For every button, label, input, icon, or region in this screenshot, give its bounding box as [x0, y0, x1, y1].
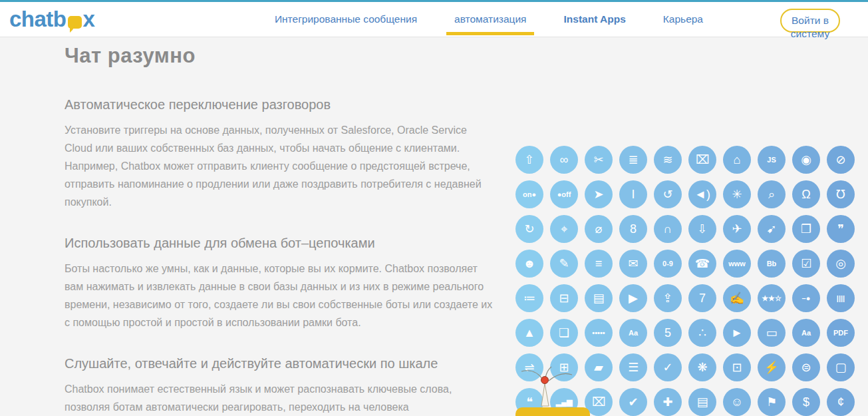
tent-icon: ⌂ — [723, 146, 751, 174]
team-growth-icon: ☺ — [723, 388, 751, 416]
section-heading: Автоматическое переключение разговоров — [65, 97, 496, 112]
play-circle-icon: ▶ — [619, 284, 647, 312]
link-icon: ∞ — [550, 146, 578, 174]
page-title: Чат разумно — [65, 44, 496, 68]
rocket-icon: ➹ — [758, 215, 786, 243]
ellipsis-icon: ••••• — [585, 319, 613, 347]
monitor-icon: ▢ — [827, 353, 855, 381]
section-bot-chains-data: Использовать данные для обмена бот–цепоч… — [65, 236, 496, 331]
calendar-icon: 7 — [688, 284, 716, 312]
radio-button-icon: ◎ — [827, 250, 855, 278]
robot-head — [515, 407, 590, 416]
inbox-download-icon: ⇩ — [688, 215, 716, 243]
section-listen-respond-scale: Слушайте, отвечайте и действуйте автомат… — [65, 356, 496, 416]
cursor-click-icon: ➤ — [585, 180, 613, 208]
www-icon: www — [723, 250, 751, 278]
volume-icon: ◄) — [688, 180, 716, 208]
shield-check-icon: ✓ — [654, 353, 682, 381]
envelope-icon: ✉ — [619, 250, 647, 278]
window-forward-icon: ❐ — [792, 215, 820, 243]
file-search-icon: ⌕ — [758, 180, 786, 208]
toggle-on-icon: on● — [515, 180, 543, 208]
toggle-off-icon: ●off — [550, 180, 578, 208]
bell-icon: ∩ — [654, 215, 682, 243]
check-icon: ✔ — [619, 388, 647, 416]
text-lines-icon: ≡ — [585, 250, 613, 278]
pencil-icon: ✎ — [550, 250, 578, 278]
section-body: Установите триггеры на основе данных, по… — [65, 121, 496, 211]
plus-icon: ✚ — [654, 388, 682, 416]
bot-head-icon: ☻ — [515, 250, 543, 278]
section-heading: Слушайте, отвечайте и действуйте автомат… — [65, 356, 496, 371]
login-button[interactable]: Войти в систему — [780, 9, 840, 33]
barcode-icon: |||| — [827, 284, 855, 312]
nav-item-instant-apps[interactable]: Instant Apps — [563, 2, 625, 37]
framed-picture-icon: ❏ — [550, 319, 578, 347]
database-icon: ⊜ — [792, 353, 820, 381]
robot-face-icon: ⊡ — [723, 353, 751, 381]
browser-window-icon: ▭ — [758, 319, 786, 347]
html5-icon: 5 — [654, 319, 682, 347]
focus-target-icon: ⌖ — [550, 215, 578, 243]
sync-icon: ↻ — [515, 215, 543, 243]
text-cursor-icon: I — [619, 180, 647, 208]
signature-icon: ✍ — [723, 284, 751, 312]
lock-icon: Ω — [792, 180, 820, 208]
undo-icon: ↺ — [654, 180, 682, 208]
toggle-vertical-icon: 8 — [619, 215, 647, 243]
font-style-icon: Aa — [619, 319, 647, 347]
trash-icon: ⌧ — [688, 146, 716, 174]
dropdown-icon: ⊟ — [550, 284, 578, 312]
checkbox-icon: ☑ — [792, 250, 820, 278]
robot-antenna — [513, 366, 593, 409]
speech-bubble-icon — [68, 16, 82, 29]
robot-mascot — [513, 366, 593, 416]
logo-text-prefix: chatb — [9, 7, 67, 32]
nav-item-career[interactable]: Карьера — [663, 2, 703, 37]
eye-closed-icon: ⌀ — [585, 215, 613, 243]
eye-slash-icon: ⊘ — [827, 146, 855, 174]
site-header: chatbx Интегрированные сообщения автомат… — [0, 2, 868, 37]
chat-quote-icon: ❞ — [827, 215, 855, 243]
youtube-icon: ► — [723, 319, 751, 347]
upload-icon: ⇪ — [654, 284, 682, 312]
send-plane-icon: ✈ — [723, 215, 751, 243]
section-heading: Использовать данные для обмена бот–цепоч… — [65, 236, 496, 251]
eye-icon: ◉ — [792, 146, 820, 174]
javascript-icon: JS — [758, 146, 786, 174]
layers-unlock-icon: ≋ — [654, 146, 682, 174]
hub-network-icon: ❋ — [688, 353, 716, 381]
spinner-icon: ✳ — [723, 180, 751, 208]
stacked-rows-icon: ▤ — [585, 284, 613, 312]
star-rating-icon: ★★☆ — [758, 284, 786, 312]
bullet-list-icon: ≔ — [515, 284, 543, 312]
nav-item-automation[interactable]: автоматизация — [454, 2, 526, 37]
typography-icon: Aa — [792, 319, 820, 347]
section-body: Боты настолько же умны, как и данные, ко… — [65, 260, 496, 331]
numbers-icon: 0-9 — [654, 250, 682, 278]
nav-item-integrated-messages[interactable]: Интегрированные сообщения — [275, 2, 417, 37]
server-stack-icon: ☰ — [619, 353, 647, 381]
layers-lock-icon: ≣ — [619, 146, 647, 174]
unlock-icon: ℧ — [827, 180, 855, 208]
logo-text-suffix: x — [83, 7, 95, 32]
chatbox-logo[interactable]: chatbx — [9, 7, 94, 32]
bold-text-icon: Bb — [758, 250, 786, 278]
checklist-icon: ▤ — [688, 388, 716, 416]
share-icon: ∴ — [688, 319, 716, 347]
pdf-file-icon: PDF — [827, 319, 855, 347]
piggy-bank-icon: ¢ — [827, 388, 855, 416]
slider-icon: –● — [792, 284, 820, 312]
money-cycle-icon: $ — [792, 388, 820, 416]
bookmark-icon: ⚑ — [758, 388, 786, 416]
image-icon: ▲ — [515, 319, 543, 347]
link-broken-icon: ✂ — [585, 146, 613, 174]
layers-upload-icon: ⇧ — [515, 146, 543, 174]
lightning-icon: ⚡ — [758, 353, 786, 381]
phone-icon: ☎ — [688, 250, 716, 278]
main-content: Чат разумно Автоматическое переключение … — [65, 44, 496, 416]
section-body: Chatbox понимает естественный язык и мож… — [65, 380, 496, 416]
main-nav: Интегрированные сообщения автоматизация … — [275, 2, 840, 37]
section-conversation-switching: Автоматическое переключение разговоров У… — [65, 97, 496, 211]
